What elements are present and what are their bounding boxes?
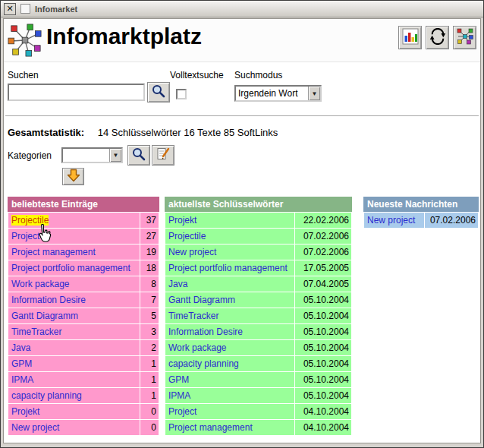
entry-link[interactable]: IPMA bbox=[11, 374, 33, 385]
entry-link[interactable]: Project management bbox=[168, 422, 253, 433]
search-input[interactable] bbox=[8, 84, 145, 101]
list-row: Projekt0 bbox=[8, 404, 159, 419]
latest-keywords-header: aktuellste Schlüsselwörter bbox=[165, 197, 352, 212]
titlebar: ✕ Infomarket bbox=[1, 1, 483, 17]
entry-date: 05.10.2004 bbox=[295, 356, 351, 371]
entry-cell: TimeTracker bbox=[8, 324, 140, 339]
entry-link[interactable]: Projekt bbox=[168, 215, 196, 226]
list-row: TimeTracker05.10.2004 bbox=[165, 308, 351, 323]
entry-link[interactable]: Project bbox=[168, 406, 196, 417]
list-row: Project27 bbox=[8, 229, 159, 244]
entry-cell: Work package bbox=[8, 276, 140, 292]
list-row: capacity planning05.10.2004 bbox=[165, 356, 351, 371]
entry-link[interactable]: Java bbox=[11, 342, 30, 353]
entry-cell: IPMA bbox=[8, 372, 140, 387]
go-down-button[interactable] bbox=[62, 168, 84, 185]
entry-count: 0 bbox=[140, 404, 159, 419]
statistics-label: Gesamtstatistik: bbox=[8, 127, 84, 138]
entry-link[interactable]: Project management bbox=[11, 247, 96, 257]
list-row: New project07.02.2006 bbox=[165, 245, 351, 260]
down-arrow-icon bbox=[66, 168, 81, 185]
search-button[interactable] bbox=[147, 82, 170, 103]
infomarket-home-button[interactable] bbox=[453, 26, 476, 49]
refresh-button[interactable] bbox=[426, 26, 449, 49]
entry-cell: capacity planning bbox=[165, 356, 294, 371]
entry-link[interactable]: Project bbox=[11, 231, 39, 241]
entry-date: 05.10.2004 bbox=[295, 340, 351, 355]
entry-link[interactable]: Work package bbox=[168, 342, 226, 353]
entry-link[interactable]: Projectile bbox=[168, 231, 206, 241]
entry-date: 22.02.2006 bbox=[295, 213, 351, 228]
categories-edit-button[interactable] bbox=[152, 145, 174, 166]
fulltext-label: Volltextsuche bbox=[170, 70, 224, 80]
entry-date: 17.05.2005 bbox=[295, 260, 351, 276]
list-row: New project07.02.2006 bbox=[364, 213, 478, 228]
entry-link[interactable]: Gantt Diagramm bbox=[168, 295, 235, 305]
statistics-button[interactable] bbox=[398, 26, 422, 49]
page-header: Infomarktplatz bbox=[4, 19, 480, 62]
entry-link[interactable]: IPMA bbox=[168, 390, 190, 401]
entry-cell: Gantt Diagramm bbox=[8, 308, 140, 323]
search-mode-value: Irgendein Wort bbox=[236, 87, 308, 100]
fulltext-checkbox[interactable] bbox=[176, 89, 187, 99]
entry-cell: Gantt Diagramm bbox=[165, 292, 294, 308]
entry-link[interactable]: Project portfolio management bbox=[11, 263, 130, 273]
chevron-down-icon: ▼ bbox=[109, 149, 121, 162]
entry-link[interactable]: Information Desire bbox=[11, 295, 86, 305]
search-mode-select[interactable]: Irgendein Wort ▼ bbox=[234, 85, 322, 102]
infomarket-logo-icon bbox=[8, 23, 42, 58]
popular-entries-header: beliebteste Einträge bbox=[8, 197, 159, 212]
close-icon: ✕ bbox=[6, 5, 13, 13]
list-row: Projectile37 bbox=[8, 213, 159, 228]
entry-cell: Project management bbox=[8, 245, 140, 260]
latest-news-header: Neueste Nachrichten bbox=[363, 197, 479, 212]
network-diagram-icon bbox=[457, 28, 473, 47]
list-row: Projectile07.02.2006 bbox=[165, 229, 351, 244]
entry-cell: Projekt bbox=[165, 213, 294, 228]
popular-entries-column: beliebteste Einträge Projectile37Project… bbox=[8, 197, 159, 436]
entry-link[interactable]: TimeTracker bbox=[11, 327, 61, 337]
entry-link[interactable]: Projectile bbox=[11, 215, 49, 226]
page-title: Infomarktplatz bbox=[46, 24, 202, 49]
app-icon bbox=[20, 4, 30, 14]
entry-link[interactable]: New project bbox=[168, 247, 216, 257]
entry-cell: New project bbox=[8, 420, 140, 435]
overall-statistics: Gesamtstatistik: 14 Schlüsselwörter 16 T… bbox=[8, 127, 278, 138]
entry-link[interactable]: Projekt bbox=[11, 406, 39, 417]
entry-link[interactable]: Gantt Diagramm bbox=[11, 311, 78, 321]
search-mode-label: Suchmodus bbox=[234, 70, 282, 80]
entry-link[interactable]: Project portfolio management bbox=[168, 263, 288, 273]
list-row: New project0 bbox=[8, 420, 159, 435]
entry-link[interactable]: GPM bbox=[168, 374, 189, 385]
entry-link[interactable]: TimeTracker bbox=[168, 311, 218, 321]
entry-count: 1 bbox=[140, 388, 159, 403]
categories-select[interactable]: ▼ bbox=[61, 147, 123, 163]
entry-date: 05.10.2004 bbox=[295, 324, 351, 339]
entry-link[interactable]: New project bbox=[367, 215, 415, 226]
entry-link[interactable]: Information Desire bbox=[168, 327, 243, 337]
categories-search-button[interactable] bbox=[127, 145, 150, 166]
section-divider bbox=[5, 115, 479, 117]
entry-link[interactable]: GPM bbox=[11, 358, 32, 369]
entry-cell: IPMA bbox=[165, 388, 294, 403]
list-row: Projekt22.02.2006 bbox=[165, 213, 351, 228]
entry-link[interactable]: Java bbox=[168, 279, 187, 289]
entry-cell: Project bbox=[165, 404, 294, 419]
close-button[interactable]: ✕ bbox=[4, 3, 16, 15]
entry-count: 1 bbox=[140, 356, 159, 371]
list-row: IPMA05.10.2004 bbox=[165, 388, 351, 403]
entry-link[interactable]: New project bbox=[11, 422, 59, 433]
entry-link[interactable]: capacity planning bbox=[11, 390, 82, 401]
list-row: Project management19 bbox=[8, 245, 159, 260]
list-row: Java07.04.2005 bbox=[165, 276, 351, 292]
edit-icon bbox=[156, 147, 171, 164]
entry-cell: Java bbox=[8, 340, 140, 355]
entry-cell: New project bbox=[364, 213, 424, 228]
infomarket-window: ✕ Infomarket bbox=[0, 0, 484, 448]
header-toolbar bbox=[398, 26, 476, 49]
magnifier-icon bbox=[151, 84, 166, 101]
entry-link[interactable]: capacity planning bbox=[168, 358, 239, 369]
entry-link[interactable]: Work package bbox=[11, 279, 69, 289]
entry-count: 37 bbox=[140, 213, 159, 228]
entry-date: 04.10.2004 bbox=[295, 420, 351, 435]
